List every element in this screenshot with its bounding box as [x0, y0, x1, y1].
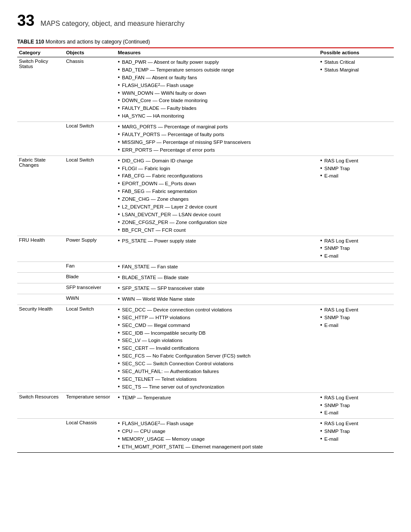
page-header: 33 MAPS category, object, and measure hi…	[17, 13, 394, 28]
table-row: Security HealthLocal SwitchSEC_DCC — Dev…	[17, 305, 394, 392]
main-table: Category Objects Measures Possible actio…	[17, 47, 394, 453]
action-item: SNMP Trap	[320, 402, 391, 409]
measure-item: BAD_TEMP — Temperature sensors outside r…	[118, 66, 316, 74]
measure-item: SEC_DCC — Device connection control viol…	[118, 306, 316, 314]
measure-item: SEC_CERT — Invalid certifications	[118, 345, 316, 352]
measure-item: BAD_PWR — Absent or faulty power supply	[118, 59, 316, 66]
measures-cell: FLASH_USAGE2 — Flash usageCPU — CPU usag…	[116, 419, 318, 453]
object-cell: SFP transceiver	[64, 283, 116, 294]
measure-item: DID_CHG — Domain ID change	[118, 157, 316, 165]
header-actions: Possible actions	[318, 48, 394, 57]
action-item: RAS Log Event	[320, 306, 391, 314]
measure-item: FAN_STATE — Fan state	[118, 263, 316, 271]
measures-cell: SEC_DCC — Device connection control viol…	[116, 305, 318, 392]
measures-cell: DID_CHG — Domain ID changeFLOGI — Fabric…	[116, 156, 318, 236]
measure-item: BLADE_STATE — Blade state	[118, 274, 316, 281]
measure-item: FAB_SEG — Fabric segmentation	[118, 188, 316, 195]
object-cell: Fan	[64, 262, 116, 273]
table-row: Fabric State ChangesLocal SwitchDID_CHG …	[17, 156, 394, 236]
action-item: SNMP Trap	[320, 245, 391, 252]
object-cell: Local Switch	[64, 305, 116, 392]
category-cell	[17, 283, 64, 294]
measures-cell: BLADE_STATE — Blade state	[116, 273, 318, 283]
category-cell	[17, 122, 64, 156]
category-cell: Switch Resources	[17, 392, 64, 419]
measure-item: TEMP — Temperature	[118, 394, 316, 401]
action-item: RAS Log Event	[320, 420, 391, 427]
measure-item: BB_FCR_CNT — FCR count	[118, 227, 316, 234]
measures-cell: SFP_STATE — SFP transceiver state	[116, 283, 318, 294]
table-row: BladeBLADE_STATE — Blade state	[17, 273, 394, 283]
header-category: Category	[17, 48, 64, 57]
measure-item: SFP_STATE — SFP transceiver state	[118, 285, 316, 292]
measures-cell: PS_STATE — Power supply state	[116, 236, 318, 262]
measures-cell: TEMP — Temperature	[116, 392, 318, 419]
measure-item: ETH_MGMT_PORT_STATE — Ethernet managemen…	[118, 443, 316, 451]
object-cell: Power Supply	[64, 236, 116, 262]
measures-cell: WWN — World Wide Name state	[116, 294, 318, 305]
measure-item: FLASH_USAGE2 — Flash usage	[118, 420, 316, 427]
action-item: SNMP Trap	[320, 314, 391, 321]
actions-cell	[318, 283, 394, 294]
table-row: FRU HealthPower SupplyPS_STATE — Power s…	[17, 236, 394, 262]
action-item: Status Marginal	[320, 66, 391, 74]
action-item: RAS Log Event	[320, 237, 391, 245]
measure-item: ERR_PORTS — Percentage of error ports	[118, 146, 316, 154]
object-cell: Local Switch	[64, 156, 116, 236]
category-cell: Fabric State Changes	[17, 156, 64, 236]
category-cell: Security Health	[17, 305, 64, 392]
header-measures: Measures	[116, 48, 318, 57]
measure-item: SEC_CMD — Illegal command	[118, 322, 316, 329]
actions-cell	[318, 122, 394, 156]
measure-item: FAULTY_BLADE — Faulty blades	[118, 105, 316, 112]
category-cell	[17, 273, 64, 283]
actions-cell: RAS Log EventSNMP TrapE-mail	[318, 419, 394, 453]
measure-item: DOWN_Core — Core blade monitoring	[118, 97, 316, 104]
action-item: RAS Log Event	[320, 157, 391, 165]
measure-item: WWN_DOWN — WWN faulty or down	[118, 90, 316, 97]
actions-cell	[318, 294, 394, 305]
object-cell: Chassis	[64, 57, 116, 122]
measures-cell: BAD_PWR — Absent or faulty power supplyB…	[116, 57, 318, 122]
measure-item: FAULTY_PORTS — Percentage of faulty port…	[118, 131, 316, 138]
table-row: Local ChassisFLASH_USAGE2 — Flash usageC…	[17, 419, 394, 453]
actions-cell: RAS Log EventSNMP TrapE-mail	[318, 305, 394, 392]
actions-cell: RAS Log EventSNMP TrapE-mail	[318, 392, 394, 419]
action-item: E-mail	[320, 322, 391, 329]
action-item: Status Critical	[320, 59, 391, 66]
object-cell: Local Chassis	[64, 419, 116, 453]
measure-item: FLOGI — Fabric login	[118, 165, 316, 172]
table-row: WWNWWN — World Wide Name state	[17, 294, 394, 305]
chapter-number: 33	[17, 13, 34, 28]
measure-item: SEC_SCC — Switch Connection Control viol…	[118, 360, 316, 367]
measure-item: MISSING_SFP — Percentage of missing SFP …	[118, 139, 316, 146]
measure-item: MARG_PORTS — Percentage of marginal port…	[118, 123, 316, 131]
table-row: Switch Policy StatusChassisBAD_PWR — Abs…	[17, 57, 394, 122]
action-item: E-mail	[320, 436, 391, 443]
object-cell: Temperature sensor	[64, 392, 116, 419]
measure-item: MEMORY_USAGE — Memory usage	[118, 436, 316, 443]
action-item: RAS Log Event	[320, 394, 391, 401]
measure-item: L2_DEVCNT_PER — Layer 2 device count	[118, 203, 316, 211]
measure-item: BAD_FAN — Absent or faulty fans	[118, 74, 316, 81]
action-item: E-mail	[320, 172, 391, 180]
actions-cell	[318, 273, 394, 283]
measures-cell: FAN_STATE — Fan state	[116, 262, 318, 273]
category-cell	[17, 294, 64, 305]
action-item: SNMP Trap	[320, 428, 391, 435]
action-item: E-mail	[320, 409, 391, 417]
category-cell: FRU Health	[17, 236, 64, 262]
table-header-row: Category Objects Measures Possible actio…	[17, 48, 394, 57]
table-row: FanFAN_STATE — Fan state	[17, 262, 394, 273]
measure-item: SEC_TS — Time server out of synchronizat…	[118, 383, 316, 391]
category-cell	[17, 262, 64, 273]
measure-item: WWN — World Wide Name state	[118, 296, 316, 303]
measure-item: ZONE_CFGSZ_PER — Zone configuration size	[118, 219, 316, 226]
table-caption: TABLE 110 Monitors and actions by catego…	[17, 39, 394, 45]
measure-item: EPORT_DOWN — E_Ports down	[118, 180, 316, 187]
measure-item: PS_STATE — Power supply state	[118, 237, 316, 245]
measure-item: SEC_HTTP — HTTP violations	[118, 314, 316, 321]
measure-item: CPU — CPU usage	[118, 428, 316, 435]
measure-item: ZONE_CHG — Zone changes	[118, 196, 316, 203]
object-cell: Local Switch	[64, 122, 116, 156]
